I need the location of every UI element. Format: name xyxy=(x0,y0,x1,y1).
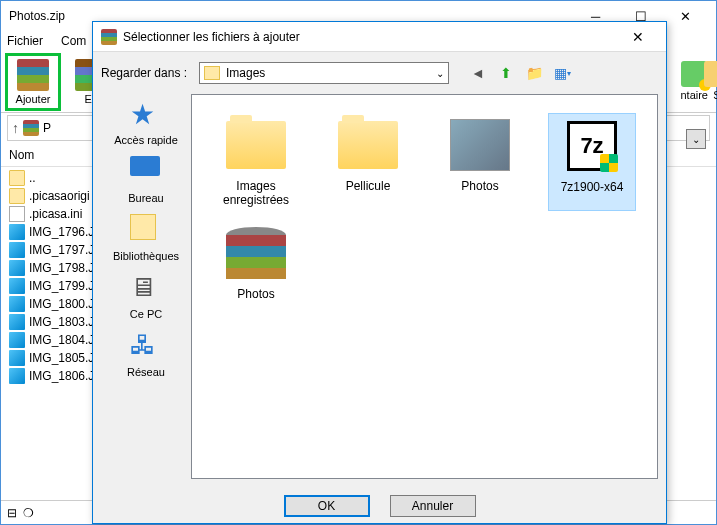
file-name: IMG_1805.JI xyxy=(29,351,98,365)
cancel-button[interactable]: Annuler xyxy=(390,495,476,517)
places-star[interactable]: ★Accès rapide xyxy=(106,98,186,146)
sfx-button[interactable]: S xyxy=(704,61,717,101)
file-name: IMG_1804.JI xyxy=(29,333,98,347)
jpg-icon xyxy=(9,224,25,240)
7z-icon: 7z xyxy=(560,118,624,174)
file-label: Pellicule xyxy=(346,179,391,193)
file-label: Photos xyxy=(237,287,274,301)
file-name: IMG_1799.JI xyxy=(29,279,98,293)
place-label: Accès rapide xyxy=(114,134,178,146)
new-folder-icon[interactable]: 📁 xyxy=(525,64,543,82)
dialog-buttons: OK Annuler xyxy=(93,489,666,523)
view-menu-icon[interactable]: ▦▾ xyxy=(553,64,571,82)
file-item[interactable]: 7z7z1900-x64 xyxy=(548,113,636,211)
file-browser[interactable]: Images enregistréesPelliculePhotos7z7z19… xyxy=(191,94,658,479)
jpg-icon xyxy=(9,314,25,330)
file-name: IMG_1800.JI xyxy=(29,297,98,311)
add-files-dialog: Sélectionner les fichiers à ajouter ✕ Re… xyxy=(92,21,667,524)
file-item[interactable]: Images enregistrées xyxy=(212,113,300,211)
navigation-icons: ◄ ⬆ 📁 ▦▾ xyxy=(469,64,571,82)
place-label: Ce PC xyxy=(130,308,162,320)
file-name: IMG_1798.JI xyxy=(29,261,98,275)
main-title: Photos.zip xyxy=(9,9,65,23)
jpg-icon xyxy=(9,350,25,366)
file-name: .picasaorigi xyxy=(29,189,90,203)
up-one-level-icon[interactable]: ⬆ xyxy=(497,64,515,82)
folder-icon xyxy=(204,66,220,80)
look-in-value: Images xyxy=(226,66,265,80)
file-name: IMG_1797.JI xyxy=(29,243,98,257)
jpg-icon xyxy=(9,242,25,258)
places-libs[interactable]: Bibliothèques xyxy=(106,214,186,262)
archive-icon xyxy=(23,120,39,136)
file-label: Photos xyxy=(461,179,498,193)
look-in-label: Regarder dans : xyxy=(101,66,191,80)
file-name: IMG_1803.JI xyxy=(29,315,98,329)
dialog-title: Sélectionner les fichiers à ajouter xyxy=(123,30,300,44)
file-name: IMG_1806.JI xyxy=(29,369,98,383)
add-icon xyxy=(17,59,49,91)
up-icon xyxy=(9,170,25,186)
dialog-app-icon xyxy=(101,29,117,45)
status-icon: ⊟ xyxy=(7,506,17,520)
file-label: 7z1900-x64 xyxy=(561,180,624,194)
jpg-icon xyxy=(9,332,25,348)
ok-button[interactable]: OK xyxy=(284,495,370,517)
place-label: Réseau xyxy=(127,366,165,378)
file-item[interactable]: Photos xyxy=(436,113,524,211)
jpg-icon xyxy=(9,368,25,384)
jpg-icon xyxy=(9,260,25,276)
place-label: Bureau xyxy=(128,192,163,204)
close-button[interactable]: ✕ xyxy=(663,2,708,30)
file-label: Images enregistrées xyxy=(216,179,296,207)
desktop-icon xyxy=(130,156,162,188)
column-name[interactable]: Nom xyxy=(9,148,34,162)
up-icon[interactable]: ↑ xyxy=(12,120,19,136)
cepc-icon: 🖥 xyxy=(130,272,162,304)
folder-icon xyxy=(224,117,288,173)
dialog-close-button[interactable]: ✕ xyxy=(618,24,658,50)
back-icon[interactable]: ◄ xyxy=(469,64,487,82)
jpg-icon xyxy=(9,278,25,294)
rar-icon xyxy=(224,225,288,281)
add-button[interactable]: Ajouter xyxy=(5,53,61,111)
look-in-row: Regarder dans : Images ⌄ ◄ ⬆ 📁 ▦▾ xyxy=(101,58,658,88)
star-icon: ★ xyxy=(130,98,162,130)
look-in-combo[interactable]: Images ⌄ xyxy=(199,62,449,84)
menu-commands[interactable]: Com xyxy=(61,34,86,48)
address-dropdown[interactable]: ⌄ xyxy=(686,129,706,149)
chevron-down-icon: ⌄ xyxy=(436,68,444,79)
sfx-icon xyxy=(704,61,717,87)
libs-icon xyxy=(130,214,162,246)
photos-thumb-icon xyxy=(448,117,512,173)
place-label: Bibliothèques xyxy=(113,250,179,262)
jpg-icon xyxy=(9,296,25,312)
menu-file[interactable]: Fichier xyxy=(7,34,43,48)
places-network[interactable]: 🖧Réseau xyxy=(106,330,186,378)
folder-icon xyxy=(9,188,25,204)
dialog-titlebar: Sélectionner les fichiers à ajouter ✕ xyxy=(93,22,666,51)
file-item[interactable]: Photos xyxy=(212,221,300,305)
ini-icon xyxy=(9,206,25,222)
status-icon-2: ❍ xyxy=(23,506,34,520)
file-name: .picasa.ini xyxy=(29,207,82,221)
file-name: IMG_1796.JI xyxy=(29,225,98,239)
folder-icon xyxy=(336,117,400,173)
address-path: P xyxy=(43,121,51,135)
file-name: .. xyxy=(29,171,36,185)
network-icon: 🖧 xyxy=(130,330,162,362)
file-item[interactable]: Pellicule xyxy=(324,113,412,211)
places-cepc[interactable]: 🖥Ce PC xyxy=(106,272,186,320)
places-bar: ★Accès rapideBureauBibliothèques🖥Ce PC🖧R… xyxy=(101,94,191,479)
places-desktop[interactable]: Bureau xyxy=(106,156,186,204)
